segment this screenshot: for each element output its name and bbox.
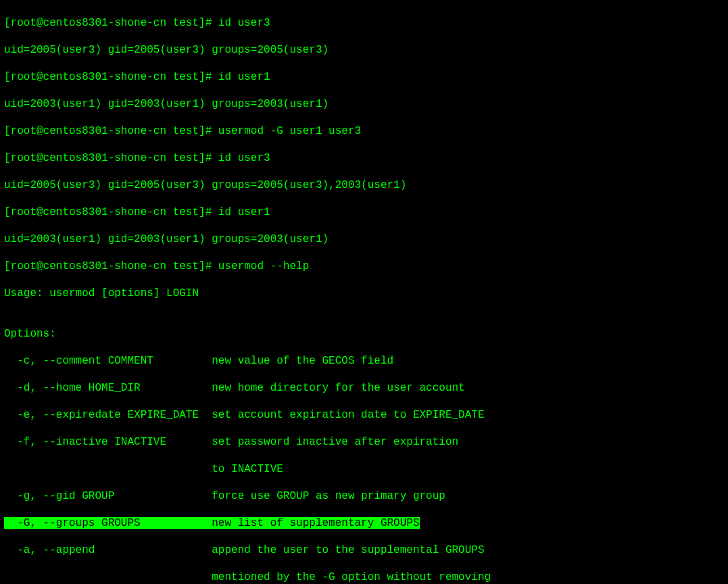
output-line: uid=2005(user3) gid=2005(user3) groups=2… [4, 43, 724, 57]
option-line: to INACTIVE [4, 462, 724, 476]
usage-line: Usage: usermod [options] LOGIN [4, 287, 724, 300]
highlight-right: new list of supplementary GROUPS [212, 517, 419, 529]
highlight-left: -G, --groups GROUPS [4, 517, 212, 529]
command: id user3 [218, 17, 270, 29]
prompt: [root@centos8301-shone-cn test]# [4, 125, 218, 137]
command: id user3 [218, 152, 270, 164]
output-line: uid=2003(user1) gid=2003(user1) groups=2… [4, 97, 724, 111]
prompt: [root@centos8301-shone-cn test]# [4, 206, 218, 218]
option-line-highlighted: -G, --groups GROUPS new list of suppleme… [4, 516, 724, 530]
cmd-line: [root@centos8301-shone-cn test]# usermod… [4, 124, 724, 138]
option-line: -g, --gid GROUP force use GROUP as new p… [4, 489, 724, 503]
command: usermod -G user1 user3 [218, 125, 361, 137]
cmd-line: [root@centos8301-shone-cn test]# id user… [4, 70, 724, 84]
prompt: [root@centos8301-shone-cn test]# [4, 71, 218, 83]
option-line: -a, --append append the user to the supp… [4, 543, 724, 557]
option-line: -f, --inactive INACTIVE set password ina… [4, 435, 724, 449]
cmd-line: [root@centos8301-shone-cn test]# id user… [4, 151, 724, 165]
option-line: -d, --home HOME_DIR new home directory f… [4, 381, 724, 395]
command: id user1 [218, 206, 270, 218]
option-line: -e, --expiredate EXPIRE_DATE set account… [4, 408, 724, 422]
option-line: mentioned by the -G option without remov… [4, 570, 724, 584]
option-line: -c, --comment COMMENT new value of the G… [4, 354, 724, 368]
prompt: [root@centos8301-shone-cn test]# [4, 152, 218, 164]
options-header: Options: [4, 327, 724, 341]
output-line: uid=2005(user3) gid=2005(user3) groups=2… [4, 178, 724, 192]
cmd-line: [root@centos8301-shone-cn test]# id user… [4, 16, 724, 30]
command: usermod --help [218, 260, 309, 272]
cmd-line: [root@centos8301-shone-cn test]# usermod… [4, 260, 724, 273]
command: id user1 [218, 71, 270, 83]
prompt: [root@centos8301-shone-cn test]# [4, 260, 218, 272]
prompt: [root@centos8301-shone-cn test]# [4, 17, 218, 29]
output-line: uid=2003(user1) gid=2003(user1) groups=2… [4, 233, 724, 246]
terminal-output[interactable]: [root@centos8301-shone-cn test]# id user… [0, 0, 728, 584]
cmd-line: [root@centos8301-shone-cn test]# id user… [4, 205, 724, 219]
